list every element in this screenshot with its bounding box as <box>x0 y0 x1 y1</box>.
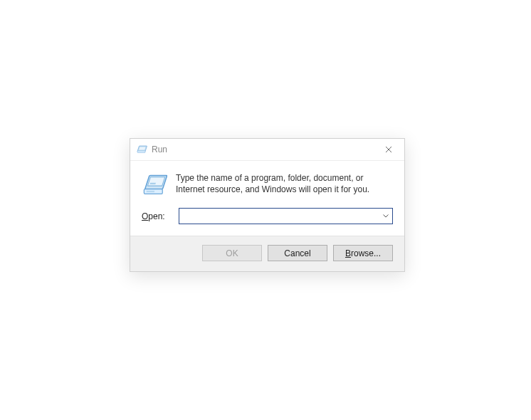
run-icon-large <box>142 172 167 198</box>
browse-button[interactable]: Browse... <box>333 245 393 261</box>
close-button[interactable] <box>374 139 403 160</box>
svg-rect-5 <box>149 183 156 184</box>
run-dialog: Run Type the name of a program, folder, <box>130 138 405 272</box>
svg-rect-4 <box>147 177 164 186</box>
open-label: Open: <box>142 211 172 221</box>
close-icon <box>385 146 392 153</box>
cancel-button[interactable]: Cancel <box>268 245 327 261</box>
dialog-footer: OK Cancel Browse... <box>130 236 404 271</box>
ok-button[interactable]: OK <box>202 245 262 261</box>
svg-rect-1 <box>139 147 147 150</box>
open-combobox[interactable] <box>179 208 393 224</box>
window-title: Run <box>152 145 374 154</box>
svg-rect-7 <box>147 191 154 192</box>
info-row: Type the name of a program, folder, docu… <box>142 171 393 198</box>
run-icon-small <box>136 144 147 155</box>
svg-rect-2 <box>137 151 145 153</box>
dialog-content: Type the name of a program, folder, docu… <box>130 161 404 236</box>
open-row: Open: <box>142 208 393 224</box>
titlebar: Run <box>130 139 404 161</box>
description-text: Type the name of a program, folder, docu… <box>176 171 393 195</box>
chevron-down-icon[interactable] <box>379 209 392 224</box>
open-input[interactable] <box>179 209 379 224</box>
